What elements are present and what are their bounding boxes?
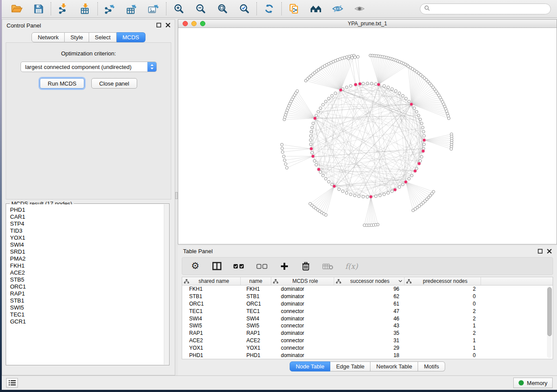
mcds-result-item[interactable]: STB1 [10,297,165,304]
cell-predecessor_nodes: 1 [405,337,481,344]
tab-network[interactable]: Network [31,32,65,42]
mcds-result-item[interactable]: GCR1 [10,318,165,325]
mcds-result-item[interactable]: PHD1 [10,206,165,213]
memory-button[interactable]: Memory [513,378,553,388]
export-table-icon[interactable] [125,2,138,15]
mcds-result-item[interactable]: TID3 [10,227,165,234]
column-header-predecessor_nodes[interactable]: predecessor nodes [405,277,481,285]
table-panel-title: Table Panel [183,248,213,254]
mcds-result-item[interactable]: SWI5 [10,304,165,311]
mcds-result-item[interactable]: TEC1 [10,311,165,318]
memory-label: Memory [527,380,547,386]
network-window-title: YPA_prune.txt_1 [178,21,557,27]
mcds-result-list: PHD1CAR1STP4TID3YOX1SWI4SRD1PMA2FKH1ACE2… [7,204,169,364]
mcds-result-item[interactable]: CAR1 [10,213,165,220]
deselect-all-icon[interactable] [256,264,268,269]
column-header-shared_name[interactable]: shared name [182,277,241,285]
table-row-ORC1[interactable]: ORC1ORC1dominator610 [182,300,553,308]
delete-columns-icon[interactable] [301,262,311,271]
close-panel-icon[interactable] [547,248,552,255]
first-neighbors-icon[interactable] [309,2,322,15]
zoom-in-icon[interactable] [172,2,185,15]
main-toolbar [2,0,557,18]
cell-shared_name: ACE2 [182,337,241,344]
cell-name: SWI5 [241,323,271,329]
search-input[interactable] [432,6,547,12]
zoom-selected-icon[interactable] [238,2,251,15]
import-network-icon[interactable] [57,2,70,15]
cell-shared_name: RAP1 [182,330,241,336]
task-history-button[interactable] [6,378,18,388]
search-box[interactable] [420,3,551,14]
table-scrollbar[interactable] [547,286,552,358]
tab-network-table[interactable]: Network Table [370,361,418,371]
mcds-result-item[interactable]: SRD1 [10,248,165,255]
zoom-fit-icon[interactable] [216,2,229,15]
show-all-icon[interactable] [353,2,366,15]
cell-successor_nodes: 29 [334,345,405,351]
close-panel-button[interactable]: Close panel [91,78,137,89]
table-row-TEC1[interactable]: TEC1TEC1connector472 [182,307,553,315]
table-row-SWI5[interactable]: SWI5SWI5connector431 [182,322,553,330]
criterion-dropdown[interactable]: largest connected component (undirected) [21,62,157,72]
table-row-RAP1[interactable]: RAP1RAP1dominator352 [182,330,553,337]
close-panel-icon[interactable] [166,21,170,29]
cell-predecessor_nodes: 2 [405,330,481,336]
tab-motifs[interactable]: Motifs [418,361,445,371]
table-row-FKH1[interactable]: FKH1FKH1dominator962 [182,285,553,293]
control-panel-tabs: NetworkStyleSelectMCDS [2,32,175,42]
refresh-icon[interactable] [263,2,276,15]
mcds-result-item[interactable]: YOX1 [10,234,165,241]
tree-icon [273,279,278,284]
export-image-icon[interactable] [147,2,160,15]
select-all-icon[interactable] [233,264,245,269]
zoom-out-icon[interactable] [194,2,207,15]
cell-successor_nodes: 62 [334,293,405,299]
mcds-result-item[interactable]: ORC1 [10,283,165,290]
tab-mcds[interactable]: MCDS [117,32,145,42]
import-table-icon[interactable] [79,2,92,15]
table-row-STB1[interactable]: STB1STB1dominator620 [182,293,553,300]
network-canvas[interactable] [178,28,557,244]
run-mcds-button[interactable]: Run MCDS [40,78,84,89]
tab-edge-table[interactable]: Edge Table [330,361,370,371]
save-session-icon[interactable] [32,2,45,15]
column-header-name[interactable]: name [241,277,271,285]
mcds-result-item[interactable]: SWI4 [10,241,165,248]
mcds-result-item[interactable]: RAP1 [10,290,165,297]
table-row-ACE2[interactable]: ACE2ACE2connector311 [182,337,553,344]
cell-successor_nodes: 35 [334,330,405,336]
table-row-YOX1[interactable]: YOX1YOX1connector291 [182,344,553,351]
table-row-PHD1[interactable]: PHD1PHD1dominator180 [182,351,553,359]
mcds-result-item[interactable]: PMA2 [10,255,165,262]
cell-mcds_role: dominator [271,330,334,336]
memory-status-icon [519,380,524,385]
float-panel-icon[interactable] [156,21,161,29]
table-scrollbar-thumb[interactable] [547,287,552,336]
control-panel: Control Panel NetworkStyleSelectMCDS Opt… [2,19,175,375]
mcds-result-item[interactable]: ACE2 [10,269,165,276]
float-panel-icon[interactable] [538,248,543,255]
network-window-titlebar[interactable]: YPA_prune.txt_1 [178,20,557,28]
open-file-icon[interactable] [10,2,23,15]
copy-network-icon[interactable] [287,2,301,15]
add-column-icon[interactable] [280,262,289,270]
mcds-result-item[interactable]: STB5 [10,276,165,283]
column-header-successor_nodes[interactable]: successor nodes [334,277,405,285]
table-row-SWI4[interactable]: SWI4SWI4dominator462 [182,315,553,322]
column-header-mcds_role[interactable]: MCDS role [271,277,334,285]
cell-name: FKH1 [241,286,271,292]
tab-style[interactable]: Style [65,32,89,42]
list-icon [9,380,16,385]
export-network-icon[interactable] [104,2,117,15]
split-panel-icon[interactable] [212,262,221,270]
hide-selected-icon[interactable] [331,2,344,15]
cell-predecessor_nodes: 2 [405,286,481,292]
settings-icon[interactable]: ⚙ [190,261,200,271]
result-scrollbar[interactable] [164,204,169,364]
mcds-result-item[interactable]: FKH1 [10,262,165,269]
mcds-result-item[interactable]: STP4 [10,220,165,227]
tab-node-table[interactable]: Node Table [290,361,331,371]
tab-select[interactable]: Select [89,32,117,42]
status-bar: Memory [2,375,557,390]
